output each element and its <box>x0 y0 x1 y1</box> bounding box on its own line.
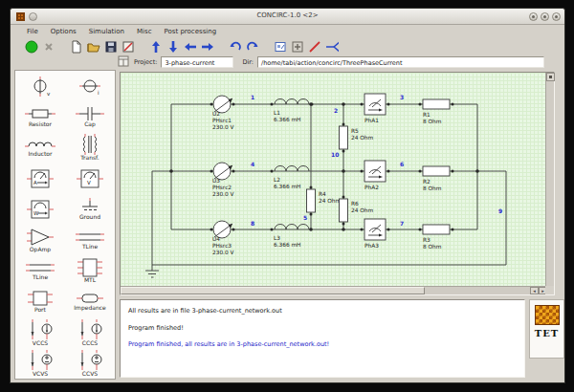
palette-item-vccs[interactable]: VCCS <box>15 317 65 348</box>
zoom-in-icon[interactable] <box>291 40 304 54</box>
project-input[interactable]: 3-phase-current <box>161 56 233 68</box>
resistor-r5[interactable]: R5 24 Ohm <box>340 126 374 149</box>
dir-label: Dir: <box>242 58 254 66</box>
probe-icon[interactable] <box>325 40 339 54</box>
palette-item-vcvs[interactable]: VCVS <box>15 348 65 379</box>
palette-item-tline2[interactable]: TLine <box>15 255 65 286</box>
palette-item-cap[interactable]: Cap <box>65 101 115 132</box>
svg-text:8 Ohm: 8 Ohm <box>423 244 442 250</box>
new-file-icon[interactable] <box>70 40 83 54</box>
svg-text:6.366 mH: 6.366 mH <box>274 242 300 248</box>
inductor-l3[interactable]: L3 6.366 mH <box>274 225 309 249</box>
close-button[interactable] <box>552 12 561 21</box>
open-folder-icon[interactable] <box>87 40 100 54</box>
palette-item-vsource[interactable]: v <box>15 71 65 101</box>
menu-post-processing[interactable]: Post processing <box>165 28 217 35</box>
resistor-r4[interactable]: R4 24 Ohm <box>307 189 342 212</box>
svg-text:R1: R1 <box>423 112 430 118</box>
source-u4[interactable]: U4 PHsrc3 230.0 V <box>212 221 233 255</box>
source-u2[interactable]: U2 PHsrc1 230.0 V <box>212 96 233 130</box>
undo-icon[interactable] <box>229 40 242 54</box>
resistor-r3[interactable]: R3 8 Ohm <box>423 225 450 250</box>
vertical-scrollbar[interactable] <box>545 73 554 287</box>
palette-item-isource[interactable]: i <box>65 71 115 101</box>
palette-item-ground[interactable]: Ground <box>65 194 115 225</box>
palette-item-cccs[interactable]: CCCS <box>65 317 115 348</box>
output-console[interactable]: All results are in file 3-phase-current_… <box>120 299 525 378</box>
toolbar <box>11 38 564 54</box>
palette-item-ccvs[interactable]: CCVS <box>65 348 115 379</box>
svg-text:PhA1: PhA1 <box>364 118 379 123</box>
palette-item-wattmeter[interactable]: W <box>15 194 65 225</box>
resistor-r2[interactable]: R2 8 Ohm <box>423 166 450 191</box>
resistor-r6[interactable]: R6 24 Ohm <box>340 199 374 222</box>
svg-text:230.0 V: 230.0 V <box>212 124 233 130</box>
svg-text:R5: R5 <box>351 128 359 134</box>
svg-text:R2: R2 <box>423 179 430 185</box>
svg-text:4: 4 <box>251 161 254 167</box>
palette-item-mtl[interactable]: MTL <box>65 255 115 286</box>
palette-item-inductor[interactable]: Inductor <box>15 132 65 163</box>
menu-simulation[interactable]: Simulation <box>89 28 124 35</box>
redo-icon[interactable] <box>246 40 259 54</box>
svg-text:U4: U4 <box>212 236 220 242</box>
move-right-icon[interactable] <box>201 40 214 54</box>
move-up-icon[interactable] <box>149 40 163 54</box>
menu-misc[interactable]: Misc <box>137 28 151 35</box>
palette-item-tline[interactable]: TLine <box>65 225 115 255</box>
svg-text:24 Ohm: 24 Ohm <box>319 198 341 204</box>
svg-text:10: 10 <box>331 151 339 158</box>
move-left-icon[interactable] <box>184 40 197 54</box>
palette-item-transf[interactable]: Transf. <box>65 132 115 163</box>
title-bar: CONCIRC-1.0 <2> <box>11 9 564 25</box>
move-down-icon[interactable] <box>166 40 180 54</box>
inductor-l1[interactable]: L1 6.366 mH <box>274 99 309 123</box>
menu-file[interactable]: File <box>27 28 38 35</box>
draw-wire-icon[interactable] <box>308 40 321 54</box>
inductor-l2[interactable]: L2 6.366 mH <box>274 166 309 189</box>
svg-text:8 Ohm: 8 Ohm <box>423 185 442 191</box>
schematic-grid[interactable]: U2 PHsrc1 230.0 V U3 PHsrc2 230.0 V U4 <box>121 73 546 287</box>
source-u3[interactable]: U3 PHsrc2 230.0 V <box>212 163 233 197</box>
schematic-canvas[interactable]: U2 PHsrc1 230.0 V U3 PHsrc2 230.0 V U4 <box>120 72 555 295</box>
palette-item-resistor[interactable]: Resistor <box>15 101 65 132</box>
svg-text:PHsrc1: PHsrc1 <box>212 118 232 123</box>
palette-item-opamp[interactable]: OpAmp <box>15 225 65 255</box>
svg-text:R3: R3 <box>423 237 430 243</box>
svg-text:230.0 V: 230.0 V <box>212 250 233 255</box>
horizontal-scrollbar[interactable]: ◂ ▸ <box>121 286 547 294</box>
svg-text:A: A <box>33 180 37 185</box>
minimize-button[interactable] <box>529 12 538 21</box>
meter-pha1[interactable]: PhA1 <box>364 94 386 123</box>
svg-text:24 Ohm: 24 Ohm <box>351 135 373 141</box>
stop-icon[interactable] <box>42 40 55 54</box>
logo-panel: TET <box>529 299 564 359</box>
maximize-button[interactable] <box>541 12 549 21</box>
horizontal-scroll-thumb[interactable] <box>121 287 425 294</box>
svg-text:L2: L2 <box>274 177 280 183</box>
svg-text:PHsrc3: PHsrc3 <box>212 243 232 249</box>
svg-text:R6: R6 <box>351 201 359 207</box>
detach-icon[interactable] <box>118 55 129 69</box>
meter-pha3[interactable]: PhA3 <box>364 219 386 249</box>
svg-text:U3: U3 <box>212 178 220 184</box>
resistor-r1[interactable]: R1 8 Ohm <box>423 99 450 124</box>
meter-pha2[interactable]: PhA2 <box>364 161 386 190</box>
menu-options[interactable]: Options <box>51 28 77 35</box>
scroll-up-button[interactable] <box>546 73 555 81</box>
snapshot-icon[interactable] <box>274 40 287 54</box>
svg-text:230.0 V: 230.0 V <box>212 191 233 197</box>
wires <box>152 104 506 265</box>
scroll-left-button[interactable]: ◂ <box>530 287 539 294</box>
plot-icon[interactable] <box>121 40 135 54</box>
palette-item-impedance[interactable]: Impedance <box>65 286 115 316</box>
svg-text:PHsrc2: PHsrc2 <box>212 185 232 190</box>
svg-text:6: 6 <box>400 161 404 167</box>
palette-item-port[interactable]: Port <box>15 286 65 316</box>
run-icon[interactable] <box>25 40 38 54</box>
save-icon[interactable] <box>104 40 118 54</box>
component-palette: v i Resistor Cap Inductor Transf. A V W <box>14 70 116 380</box>
palette-item-voltmeter[interactable]: V <box>65 163 115 194</box>
dir-input[interactable]: /home/tabi/action/concirc/ThreePhaseCurr… <box>257 56 544 68</box>
palette-item-ammeter[interactable]: A <box>15 163 65 194</box>
